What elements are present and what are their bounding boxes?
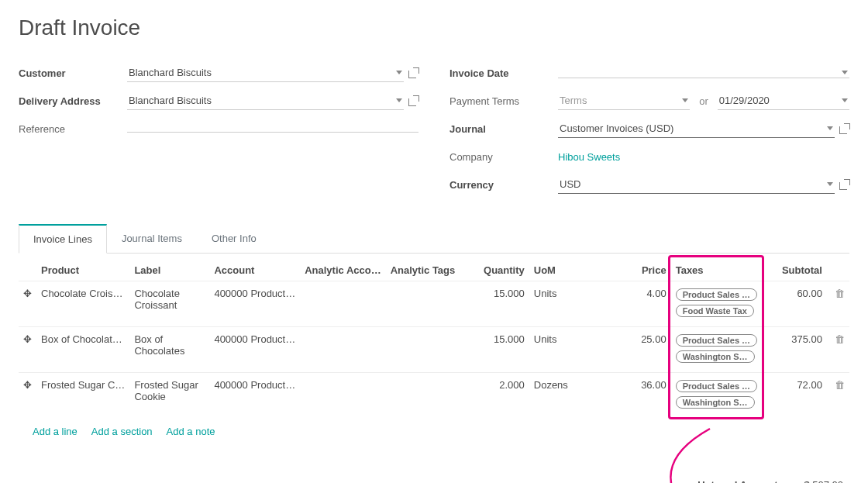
currency-value: USD [560,178,580,190]
add-section-link[interactable]: Add a section [91,426,153,437]
col-analytic-account[interactable]: Analytic Acco… [300,258,386,281]
field-delivery: Delivery Address Blanchard Biscuits [19,90,418,112]
external-link-icon[interactable] [408,68,418,78]
tab-other-info[interactable]: Other Info [197,224,271,254]
cell-subtotal: 60.00 [764,281,827,327]
label-journal: Journal [450,123,558,135]
caret-down-icon[interactable] [827,126,833,130]
untaxed-label: Untaxed Amount: [670,479,781,483]
label-currency: Currency [450,179,558,191]
label-company: Company [450,151,558,163]
taxes-highlight-annotation [668,255,764,419]
field-journal: Journal Customer Invoices (USD) [450,118,849,140]
cell-uom[interactable]: Dozens [529,373,603,419]
terms-input[interactable]: Terms [558,91,690,110]
drag-handle-icon[interactable]: ✥ [19,327,36,373]
cell-account[interactable]: 400000 Product… [209,281,300,327]
cell-account[interactable]: 400000 Product… [209,327,300,373]
label-payment-terms: Payment Terms [450,95,558,107]
col-label[interactable]: Label [129,258,209,281]
delivery-value: Blanchard Biscuits [129,95,212,106]
invoice-date-input[interactable] [558,67,849,78]
label-reference: Reference [19,123,127,135]
tab-journal-items[interactable]: Journal Items [107,224,197,254]
caret-down-icon[interactable] [682,98,688,102]
cell-product[interactable]: Frosted Sugar C… [36,373,129,419]
cell-price[interactable]: 25.00 [602,327,670,373]
col-product[interactable]: Product [36,258,129,281]
trash-icon[interactable]: 🗑 [832,379,845,391]
label-delivery: Delivery Address [19,95,127,107]
cell-analytic-account[interactable] [300,373,386,419]
untaxed-value: $ 507.00 [781,479,843,483]
journal-input[interactable]: Customer Invoices (USD) [558,119,835,138]
add-actions: Add a line Add a section Add a note [19,418,849,445]
col-quantity[interactable]: Quantity [460,258,529,281]
drag-handle-icon[interactable]: ✥ [19,281,36,327]
form-grid: Customer Blanchard Biscuits Delivery Add… [19,62,849,202]
caret-down-icon[interactable] [842,98,848,102]
field-currency: Currency USD [450,174,849,195]
drag-handle-icon[interactable]: ✥ [19,373,36,419]
journal-value: Customer Invoices (USD) [560,122,673,134]
add-line-link[interactable]: Add a line [33,426,78,437]
label-customer: Customer [19,67,127,79]
add-note-link[interactable]: Add a note [167,426,215,437]
cell-price[interactable]: 36.00 [602,373,670,419]
reference-input[interactable] [127,126,418,133]
cell-quantity[interactable]: 2.000 [460,373,529,419]
customer-value: Blanchard Biscuits [129,67,212,78]
currency-input[interactable]: USD [558,175,835,194]
totals-section: Untaxed Amount: $ 507.00 Taxes: $ 29.06 … [19,476,849,483]
field-customer: Customer Blanchard Biscuits [19,62,418,84]
col-subtotal[interactable]: Subtotal [764,258,827,281]
trash-icon[interactable]: 🗑 [832,333,845,345]
trash-icon[interactable]: 🗑 [832,288,845,299]
cell-product[interactable]: Chocolate Crois… [36,281,129,327]
or-text: or [699,95,708,107]
cell-delete: 🗑 [827,373,849,419]
field-payment-terms: Payment Terms Terms or 01/29/2020 [450,90,849,112]
field-reference: Reference [19,118,418,140]
cell-analytic-tags[interactable] [386,281,460,327]
caret-down-icon[interactable] [842,71,848,74]
customer-input[interactable]: Blanchard Biscuits [127,64,404,82]
field-invoice-date: Invoice Date [450,62,849,84]
cell-price[interactable]: 4.00 [602,281,670,327]
caret-down-icon[interactable] [396,98,402,102]
cell-quantity[interactable]: 15.000 [460,281,529,327]
cell-quantity[interactable]: 15.000 [460,327,529,373]
col-account[interactable]: Account [209,258,300,281]
cell-subtotal: 72.00 [764,373,827,419]
external-link-icon[interactable] [839,180,849,190]
caret-down-icon[interactable] [827,182,833,186]
cell-product[interactable]: Box of Chocolat… [36,327,129,373]
cell-analytic-tags[interactable] [386,327,460,373]
cell-account[interactable]: 400000 Product… [209,373,300,419]
cell-analytic-account[interactable] [300,281,386,327]
cell-delete: 🗑 [827,281,849,327]
external-link-icon[interactable] [408,96,418,106]
cell-subtotal: 375.00 [764,327,827,373]
delivery-input[interactable]: Blanchard Biscuits [127,91,404,110]
due-date-input[interactable]: 01/29/2020 [718,91,849,110]
terms-placeholder: Terms [560,95,587,106]
page-title: Draft Invoice [19,16,849,40]
col-price[interactable]: Price [602,258,670,281]
cell-uom[interactable]: Units [529,327,603,373]
totals-untaxed: Untaxed Amount: $ 507.00 [663,476,849,483]
external-link-icon[interactable] [839,124,849,134]
due-date-value: 01/29/2020 [719,95,770,106]
caret-down-icon[interactable] [396,71,402,74]
tab-invoice-lines[interactable]: Invoice Lines [19,224,107,254]
cell-label[interactable]: Frosted Sugar Cookie [129,373,209,419]
col-analytic-tags[interactable]: Analytic Tags [386,258,460,281]
cell-label[interactable]: Box of Chocolates [129,327,209,373]
cell-label[interactable]: Chocolate Croissant [129,281,209,327]
col-uom[interactable]: UoM [529,258,603,281]
company-link[interactable]: Hibou Sweets [558,151,620,163]
cell-analytic-tags[interactable] [386,373,460,419]
cell-uom[interactable]: Units [529,281,603,327]
lines-container: Product Label Account Analytic Acco… Ana… [19,258,849,445]
cell-analytic-account[interactable] [300,327,386,373]
